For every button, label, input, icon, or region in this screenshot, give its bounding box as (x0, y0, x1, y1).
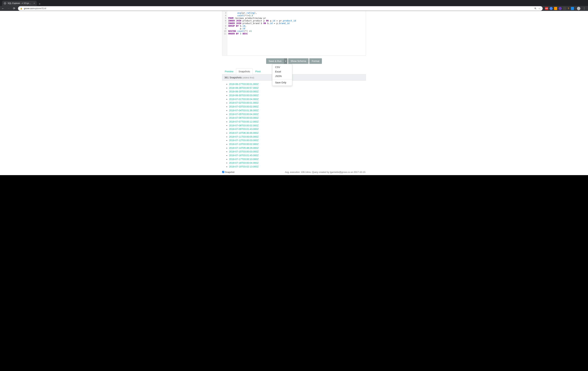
lock-icon: 🔒 (20, 7, 22, 10)
back-button[interactable]: ← (1, 7, 4, 10)
save-run-caret-button[interactable]: ▼ (284, 58, 287, 64)
dropdown-excel[interactable]: Excel (272, 69, 292, 74)
kebab-menu-icon[interactable]: ⋮ (582, 7, 587, 10)
list-item: 2018-07-10T06:30:46.000Z (229, 131, 366, 135)
page-footer: Snapshot Avg. execution: 106.14ms. Query… (222, 169, 366, 175)
snapshots-list: 2018-06-27T03:00:01.000Z2018-06-28T03:00… (222, 81, 366, 169)
search-icon[interactable]: 🔍︎ (534, 7, 536, 10)
list-item: 2018-07-06T03:00:03.000Z (229, 116, 366, 120)
list-item: 2018-06-28T03:00:57.000Z (229, 86, 366, 90)
url-text: grove.co/explorer/514/ (24, 7, 46, 10)
close-icon[interactable]: × (34, 2, 35, 5)
list-item: 2018-07-11T03:00:05.000Z (229, 135, 366, 139)
list-item: 2018-07-05T03:00:04.000Z (229, 113, 366, 116)
tab-snapshots[interactable]: Snapshots (236, 68, 253, 74)
snapshot-link[interactable]: 2018-07-11T03:00:05.000Z (229, 135, 259, 138)
list-item: 2018-07-12T03:00:03.000Z (229, 139, 366, 142)
action-bar: Save & Run ▼ Show Schema Format CSV Exce… (222, 56, 366, 67)
save-run-dropdown: CSV Excel JSON Save Only (272, 64, 292, 86)
tab-pivot[interactable]: Pivot (253, 68, 263, 74)
snapshots-sort-hint: (oldest first) (242, 76, 254, 79)
list-item: 2018-07-18T03:00:04.000Z (229, 161, 366, 165)
save-run-button[interactable]: Save & Run (266, 58, 284, 64)
list-item: 2018-06-27T03:00:01.000Z (229, 82, 366, 86)
snapshot-link[interactable]: 2018-07-16T03:01:45.000Z (229, 154, 259, 157)
url-path: /explorer/514/ (32, 7, 46, 10)
footer-status: Avg. execution: 106.14ms. Query created … (285, 171, 366, 173)
list-item: 2018-07-03T03:00:02.000Z (229, 105, 366, 109)
snapshot-link[interactable]: 2018-07-12T03:00:03.000Z (229, 139, 259, 142)
snapshot-link[interactable]: 2018-07-10T06:30:46.000Z (229, 132, 259, 134)
browser-chrome: SQL Explorer - < 3.5 product re × + ← → … (0, 0, 588, 11)
snapshot-link[interactable]: 2018-06-29T03:00:03.000Z (229, 90, 259, 93)
snapshot-link[interactable]: 2018-07-02T03:00:01.000Z (229, 101, 259, 104)
save-run-button-group: Save & Run ▼ (266, 58, 287, 64)
snapshots-title: Snapshots (229, 76, 242, 79)
snapshot-link[interactable]: 2018-07-14T05:48:28.000Z (229, 146, 259, 149)
snapshot-link[interactable]: 2018-07-03T03:00:02.000Z (229, 105, 259, 108)
snapshot-link[interactable]: 2018-07-07T03:00:12.000Z (229, 120, 259, 123)
snapshot-link[interactable]: 2018-07-13T03:00:02.000Z (229, 143, 259, 145)
forward-button[interactable]: → (7, 7, 10, 10)
abp-extension-icon[interactable]: ABP (545, 7, 548, 10)
list-item: 2018-07-04T03:01:36.000Z (229, 109, 366, 113)
extension-icon[interactable] (558, 7, 562, 10)
dropdown-save-only[interactable]: Save Only (272, 80, 292, 85)
snapshot-checkbox-label[interactable]: Snapshot (222, 171, 234, 173)
snapshot-link[interactable]: 2018-06-27T03:00:01.000Z (229, 83, 259, 85)
list-item: 2018-06-30T03:00:03.000Z (229, 94, 366, 97)
list-item: 2018-07-01T03:00:04.000Z (229, 97, 366, 101)
extension-icon[interactable] (550, 7, 553, 10)
url-host: grove.co (24, 7, 32, 10)
snapshot-label-text: Snapshot (225, 171, 234, 173)
snapshot-link[interactable]: 2018-07-18T03:00:04.000Z (229, 161, 259, 164)
format-button[interactable]: Format (309, 58, 322, 64)
reload-button[interactable]: ⟳ (12, 7, 16, 10)
star-icon[interactable]: ☆ (538, 7, 541, 10)
snapshot-link[interactable]: 2018-06-28T03:00:57.000Z (229, 86, 259, 89)
list-item: 2018-07-14T05:48:28.000Z (229, 146, 366, 150)
new-tab-button[interactable]: + (37, 2, 43, 6)
snapshot-link[interactable]: 2018-07-05T03:00:04.000Z (229, 113, 259, 116)
list-item: 2018-07-07T03:00:12.000Z (229, 120, 366, 124)
snapshot-link[interactable]: 2018-07-09T03:01:43.000Z (229, 128, 259, 131)
list-item: 2018-07-15T03:00:03.000Z (229, 150, 366, 154)
tab-bar: SQL Explorer - < 3.5 product re × + (0, 0, 588, 6)
list-item: 2018-07-19T03:02:13.000Z (229, 165, 366, 169)
snapshot-link[interactable]: 2018-07-17T03:00:10.000Z (229, 158, 259, 161)
result-tabs: Preview Snapshots Pivot (222, 68, 366, 74)
editor-gutter: 34567891011 (222, 11, 227, 55)
snapshot-link[interactable]: 2018-06-30T03:00:03.000Z (229, 94, 259, 97)
bottom-border (0, 175, 588, 177)
profile-avatar[interactable] (577, 7, 580, 10)
snapshot-link[interactable]: 2018-07-15T03:00:03.000Z (229, 150, 259, 153)
list-item: 2018-07-09T03:01:43.000Z (229, 127, 366, 131)
snapshots-count: 361 (224, 76, 229, 79)
snapshot-link[interactable]: 2018-07-01T03:00:04.000Z (229, 98, 259, 101)
show-schema-button[interactable]: Show Schema (288, 58, 309, 64)
tab-title: SQL Explorer - < 3.5 product re (8, 2, 32, 4)
list-item: 2018-07-08T03:00:02.000Z (229, 124, 366, 127)
dropdown-csv[interactable]: CSV (272, 65, 292, 69)
snapshot-link[interactable]: 2018-07-06T03:00:03.000Z (229, 116, 259, 119)
list-item: 2018-07-17T03:00:10.000Z (229, 157, 366, 161)
divider (575, 7, 576, 10)
snapshot-link[interactable]: 2018-07-04T03:01:36.000Z (229, 109, 259, 112)
snapshot-link[interactable]: 2018-07-08T03:00:02.000Z (229, 124, 259, 127)
address-bar[interactable]: 🔒 grove.co/explorer/514/ 🔍︎ ☆ (18, 6, 543, 11)
extension-icon[interactable] (571, 7, 574, 10)
extension-icon[interactable] (563, 7, 566, 10)
tab-preview[interactable]: Preview (222, 68, 236, 74)
browser-tab[interactable]: SQL Explorer - < 3.5 product re × (2, 1, 37, 6)
list-item: 2018-07-16T03:01:45.000Z (229, 154, 366, 157)
sql-editor[interactable]: 34567891011 avg(pr.rating), count(*)<3.5… (222, 11, 366, 56)
list-item: 2018-07-13T03:00:02.000Z (229, 142, 366, 146)
snapshot-checkbox[interactable] (222, 171, 224, 173)
list-item: 2018-07-02T03:00:01.000Z (229, 101, 366, 105)
snapshot-link[interactable]: 2018-07-19T03:02:13.000Z (229, 165, 259, 168)
dropdown-json[interactable]: JSON (272, 74, 292, 78)
snapshots-header: 361 Snapshots (oldest first) (222, 74, 366, 81)
editor-code[interactable]: avg(pr.rating), count(*)<3.5FROM reviews… (227, 11, 297, 55)
pin-extension-icon[interactable]: ✎ (567, 7, 570, 10)
extension-icon[interactable] (554, 7, 557, 10)
